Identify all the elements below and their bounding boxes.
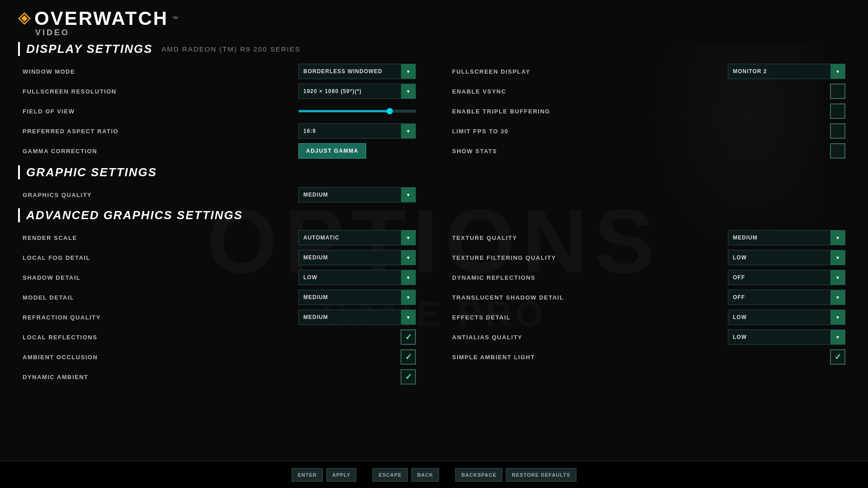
antialias-quality-row: ANTIALIAS QUALITY LOW [452,327,845,347]
enter-button[interactable]: ENTER [292,468,322,482]
fullscreen-display-value: Monitor 2 [728,68,830,75]
model-detail-dropdown[interactable]: MEDIUM [298,290,416,305]
enable-vsync-row: ENABLE VSYNC [452,81,845,101]
simple-ambient-light-checkbox[interactable] [830,349,845,365]
field-of-view-thumb[interactable] [387,108,393,114]
dynamic-reflections-arrow [830,270,845,285]
back-button[interactable]: BACK [411,468,439,482]
local-reflections-label: LOCAL REFLECTIONS [23,334,140,341]
texture-quality-value: MEDIUM [728,235,830,241]
fullscreen-resolution-row: FULLSCREEN RESOLUTION 868 × 488 (59*)(… [23,81,416,101]
trademark-symbol: ™ [172,15,178,22]
enable-triple-buffering-label: ENABLE TRIPLE BUFFERING [452,108,570,115]
fullscreen-resolution-arrow [401,84,415,99]
field-of-view-label: FIELD OF VIEW [23,108,140,115]
shadow-detail-dropdown[interactable]: LOW [298,270,416,285]
backspace-button[interactable]: BACKSPACE [455,468,502,482]
ambient-occlusion-label: AMBIENT OCCLUSION [23,354,140,361]
antialias-quality-label: ANTIALIAS QUALITY [452,334,570,341]
effects-detail-value: LOW [728,314,830,320]
graphics-quality-label: GRAPHICS QUALITY [23,192,140,198]
effects-detail-dropdown[interactable]: LOW [728,310,845,325]
shadow-detail-arrow [401,270,415,285]
fullscreen-resolution-dropdown[interactable]: 868 × 488 (59*)(*) [298,84,416,99]
local-fog-detail-dropdown[interactable]: MEDIUM [298,250,416,265]
local-fog-detail-arrow [401,250,415,265]
texture-quality-label: TEXTURE QUALITY [452,235,570,241]
adjust-gamma-button[interactable]: ADJUST GAMMA [298,143,366,159]
translucent-shadow-value: OFF [728,294,830,300]
fullscreen-display-label: FULLSCREEN DISPLAY [452,68,570,75]
apply-button[interactable]: APPLY [326,468,357,482]
graphics-quality-dropdown[interactable]: MEDIUM [298,187,416,202]
texture-filtering-arrow [830,250,845,265]
local-fog-detail-value: MEDIUM [299,254,401,261]
render-scale-row: RENDER SCALE Automatic [23,228,416,248]
ambient-occlusion-checkbox[interactable] [401,349,416,365]
window-mode-value: BORDERLESS WINDOWED [299,68,401,75]
advanced-left-column: RENDER SCALE Automatic LOCAL FOG DETAIL … [23,228,416,387]
limit-fps-checkbox[interactable] [830,123,845,139]
shadow-detail-label: SHADOW DETAIL [23,274,140,281]
window-mode-label: WINDOW MODE [23,68,140,75]
texture-quality-row: TEXTURE QUALITY MEDIUM [452,228,845,248]
enter-key-label: ENTER [292,468,322,482]
render-scale-label: RENDER SCALE [23,235,140,241]
restore-defaults-label: RESTORE DEFAULTS [506,468,576,482]
back-key-label: BACK [411,468,439,482]
dynamic-ambient-label: DYNAMIC AMBIENT [23,374,140,380]
restore-defaults-button[interactable]: RESTORE DEFAULTS [506,468,576,482]
render-scale-dropdown[interactable]: Automatic [298,230,416,245]
enable-vsync-checkbox[interactable] [830,84,845,99]
enable-vsync-label: ENABLE VSYNC [452,88,570,95]
preferred-aspect-ratio-dropdown[interactable]: 16:9 [298,123,416,139]
local-reflections-checkbox[interactable] [401,329,416,345]
fullscreen-resolution-value: 868 × 488 (59*)(*) [299,88,401,94]
field-of-view-fill [299,110,390,112]
svg-marker-1 [21,15,28,22]
texture-filtering-dropdown[interactable]: LOW [728,250,845,265]
translucent-shadow-row: TRANSLUCENT SHADOW DETAIL OFF [452,287,845,307]
fullscreen-display-arrow [830,64,845,79]
dynamic-reflections-row: DYNAMIC REFLECTIONS OFF [452,267,845,287]
dynamic-ambient-row: DYNAMIC AMBIENT [23,367,416,387]
shadow-detail-value: LOW [299,274,401,281]
field-of-view-row: FIELD OF VIEW [23,101,416,121]
refraction-quality-dropdown[interactable]: MEDIUM [298,310,416,325]
antialias-quality-value: LOW [728,334,830,340]
dynamic-ambient-checkbox[interactable] [401,369,416,385]
model-detail-value: MEDIUM [299,294,401,300]
window-mode-arrow [401,64,415,79]
gpu-label: AMD RADEON (TM) R9 200 SERIES [162,45,301,53]
fullscreen-display-dropdown[interactable]: Monitor 2 [728,64,845,79]
advanced-right-column: TEXTURE QUALITY MEDIUM TEXTURE FILTERING… [452,228,845,387]
enable-triple-buffering-checkbox[interactable] [830,103,845,119]
local-fog-detail-label: LOCAL FOG DETAIL [23,254,140,261]
dynamic-reflections-dropdown[interactable]: OFF [728,270,845,285]
dynamic-reflections-value: OFF [728,274,830,281]
show-stats-checkbox[interactable] [830,143,845,159]
effects-detail-arrow [830,310,845,324]
texture-quality-dropdown[interactable]: MEDIUM [728,230,845,245]
texture-filtering-row: TEXTURE FILTERING QUALITY LOW [452,248,845,267]
window-mode-dropdown[interactable]: BORDERLESS WINDOWED [298,64,416,79]
preferred-aspect-ratio-value: 16:9 [299,128,401,134]
local-fog-detail-row: LOCAL FOG DETAIL MEDIUM [23,248,416,267]
advanced-graphics-grid: RENDER SCALE Automatic LOCAL FOG DETAIL … [18,228,850,387]
translucent-shadow-arrow [830,290,845,305]
logo-subtitle: VIDEO [35,28,178,38]
graphic-right-column [452,185,845,205]
enable-triple-buffering-row: ENABLE TRIPLE BUFFERING [452,101,845,121]
translucent-shadow-dropdown[interactable]: OFF [728,290,845,305]
show-stats-label: SHOW STATS [452,148,570,155]
graphic-settings-grid: GRAPHICS QUALITY MEDIUM [18,185,850,205]
limit-fps-row: LIMIT FPS TO 30 [452,121,845,141]
graphic-settings-title: GRAPHIC SETTINGS [26,165,157,179]
model-detail-label: MODEL DETAIL [23,294,140,301]
texture-filtering-label: TEXTURE FILTERING QUALITY [452,254,570,261]
escape-button[interactable]: ESCAPE [373,468,407,482]
field-of-view-control [298,103,416,119]
refraction-quality-label: REFRACTION QUALITY [23,314,140,321]
antialias-quality-dropdown[interactable]: LOW [728,329,845,345]
fullscreen-resolution-label: FULLSCREEN RESOLUTION [23,88,140,95]
